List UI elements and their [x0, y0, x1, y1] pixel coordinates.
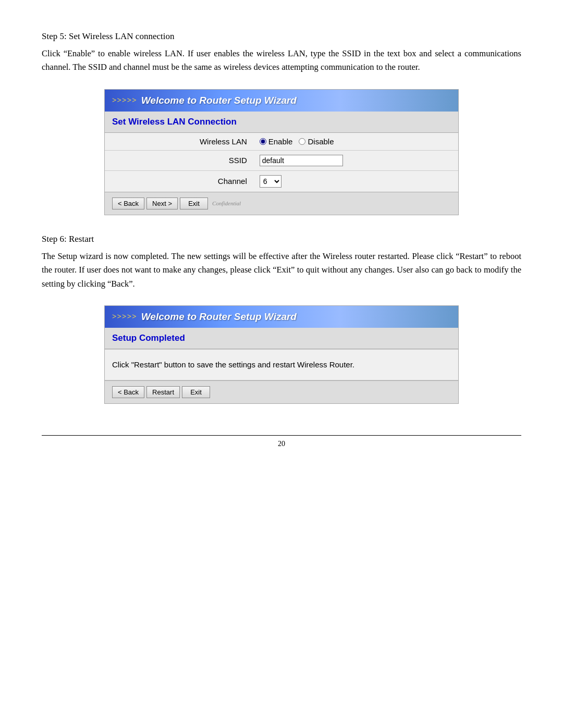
wireless-lan-label: Wireless LAN — [105, 133, 253, 151]
ssid-input[interactable] — [260, 155, 343, 166]
step5-wizard-title: Welcome to Router Setup Wizard — [141, 95, 297, 106]
step5-arrows-icon: >>>>> — [112, 96, 137, 105]
step5-table: Wireless LAN Enable Disable — [105, 133, 458, 192]
step5-subheading-text: Set Wireless LAN Connection — [112, 117, 237, 127]
step6-arrows-icon: >>>>> — [112, 312, 137, 321]
wireless-lan-row: Wireless LAN Enable Disable — [105, 133, 458, 151]
ssid-value-cell — [253, 150, 458, 170]
step6-heading: Step 6: Restart — [42, 234, 521, 244]
disable-radio-label[interactable]: Disable — [299, 137, 334, 146]
channel-label: Channel — [105, 170, 253, 192]
step5-wizard-header: >>>>> Welcome to Router Setup Wizard — [105, 90, 458, 112]
step6-restart-button[interactable]: Restart — [146, 386, 180, 398]
step5-heading: Step 5: Set Wireless LAN connection — [42, 31, 521, 42]
enable-radio-label[interactable]: Enable — [260, 137, 293, 146]
channel-row: Channel 1 2 3 4 5 6 7 8 9 10 11 — [105, 170, 458, 192]
step5-subheading-bar: Set Wireless LAN Connection — [105, 112, 458, 133]
step5-wizard-box: >>>>> Welcome to Router Setup Wizard Set… — [104, 89, 459, 215]
ssid-label: SSID — [105, 150, 253, 170]
page-divider — [42, 435, 521, 436]
page-number: 20 — [42, 440, 521, 448]
step6-wizard-header: >>>>> Welcome to Router Setup Wizard — [105, 306, 458, 328]
step6-body: The Setup wizard is now completed. The n… — [42, 250, 521, 291]
enable-label: Enable — [268, 137, 293, 146]
ssid-row: SSID — [105, 150, 458, 170]
step5-footer: < Back Next > Exit Confidential — [105, 192, 458, 215]
step5-confidential: Confidential — [212, 200, 241, 206]
step6-back-button[interactable]: < Back — [112, 386, 144, 398]
step6-subheading-text: Setup Completed — [112, 333, 185, 343]
disable-label: Disable — [308, 137, 334, 146]
channel-select[interactable]: 1 2 3 4 5 6 7 8 9 10 11 — [260, 175, 282, 188]
step6-footer: < Back Restart Exit — [105, 380, 458, 403]
step6-subheading-bar: Setup Completed — [105, 328, 458, 349]
wireless-lan-value: Enable Disable — [253, 133, 458, 151]
step6-wizard-box: >>>>> Welcome to Router Setup Wizard Set… — [104, 305, 459, 404]
step6-exit-button[interactable]: Exit — [182, 386, 210, 398]
step5-body: Click “Enable” to enable wireless LAN. I… — [42, 47, 521, 75]
step5-back-button[interactable]: < Back — [112, 198, 144, 209]
channel-value-cell: 1 2 3 4 5 6 7 8 9 10 11 — [253, 170, 458, 192]
step6-completed-message: Click "Restart" button to save the setti… — [105, 349, 458, 381]
step5-content: Wireless LAN Enable Disable — [105, 133, 458, 192]
step5-next-button[interactable]: Next > — [146, 198, 178, 209]
disable-radio[interactable] — [299, 138, 305, 145]
step6-wizard-title: Welcome to Router Setup Wizard — [141, 311, 297, 323]
step5-exit-button[interactable]: Exit — [180, 198, 208, 209]
enable-radio[interactable] — [260, 138, 266, 145]
wireless-lan-radio-group: Enable Disable — [260, 137, 452, 146]
